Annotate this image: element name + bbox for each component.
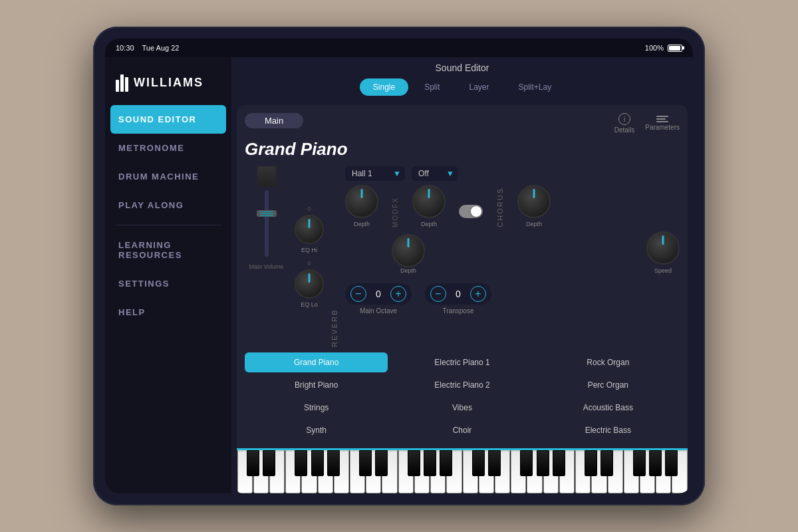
chorus-speed-group: Speed — [646, 231, 680, 274]
top-controls-row: Main i Details — [245, 113, 680, 135]
sidebar-item-sound-editor[interactable]: Sound Editor — [110, 105, 226, 134]
tab-splitlay[interactable]: Split+Lay — [505, 78, 565, 96]
fader-track[interactable] — [265, 190, 269, 257]
controls-area: Main Volume 0 EQ Hi 0 — [245, 166, 680, 347]
octave-value: 0 — [372, 289, 385, 299]
modfx-speed-label: Depth — [392, 267, 425, 274]
details-button[interactable]: i Details — [614, 113, 635, 134]
battery-percent: 100% — [645, 44, 664, 52]
sound-item-bright-piano[interactable]: Bright Piano — [245, 375, 388, 395]
sidebar-item-drum-machine[interactable]: Drum Machine — [105, 162, 231, 191]
chorus-depth-knob[interactable] — [517, 185, 551, 218]
details-label: Details — [614, 126, 635, 134]
logo-area: WILLIAMS — [105, 68, 231, 105]
effects-area: Hall 1 ▼ Off ▼ — [345, 166, 680, 347]
battery-fill — [669, 46, 680, 51]
chorus-speed-label: Speed — [654, 267, 672, 274]
sidebar-item-label-sound-editor: Sound Editor — [118, 114, 196, 124]
sound-item-perc-organ[interactable]: Perc Organ — [537, 375, 680, 395]
sound-item-grand-piano[interactable]: Grand Piano — [245, 352, 388, 372]
tab-bar: Single Split Layer Split+Lay — [242, 78, 682, 96]
knobs-row-2: Depth Speed — [345, 231, 680, 274]
reverb-depth-knob[interactable] — [345, 185, 378, 218]
sound-item-vibes[interactable]: Vibes — [390, 398, 533, 418]
reverb-vertical-label: Reverb — [331, 166, 338, 347]
sound-item-choir[interactable]: Choir — [390, 420, 533, 440]
sound-item-rock-organ[interactable]: Rock Organ — [537, 352, 680, 372]
sidebar-item-play-along[interactable]: Play Along — [105, 191, 231, 219]
sidebar: WILLIAMS Sound Editor Metronome Drum Mac… — [105, 57, 231, 493]
nav-divider — [116, 225, 221, 225]
logo-text: WILLIAMS — [134, 76, 203, 90]
octave-decrement-button[interactable]: − — [350, 286, 366, 302]
transpose-increment-button[interactable]: + — [470, 286, 486, 302]
reverb-depth-label: Depth — [354, 221, 370, 227]
status-bar: 10:30 Tue Aug 22 100% — [105, 39, 693, 57]
sidebar-item-label-drum-machine: Drum Machine — [118, 172, 199, 182]
octave-label: Main Octave — [360, 307, 397, 315]
eq-lo-knob[interactable] — [295, 269, 324, 299]
status-right: 100% — [645, 44, 682, 52]
logo-bar-2 — [120, 74, 124, 92]
tab-single[interactable]: Single — [360, 78, 408, 96]
reverb-depth-group: Depth — [345, 185, 378, 227]
status-time: 10:30 — [116, 44, 134, 52]
tab-split[interactable]: Split — [411, 78, 453, 96]
modfx-depth-group: Depth — [412, 185, 446, 227]
editor-content: Main i Details — [237, 105, 688, 448]
reverb-preset-select[interactable]: Hall 1 ▼ — [345, 166, 405, 181]
eq-hi-group: 0 EQ Hi — [295, 205, 324, 253]
params-line-2 — [656, 118, 666, 120]
modfx-depth-label: Depth — [421, 221, 437, 227]
octave-increment-button[interactable]: + — [390, 286, 406, 302]
piano-keyboard[interactable] — [237, 448, 688, 493]
transpose-ctrl: − 0 + Transpose — [425, 283, 491, 315]
logo-bars-icon — [116, 73, 128, 92]
parameters-label: Parameters — [645, 124, 680, 131]
reverb-onoff-select[interactable]: Off ▼ — [412, 166, 458, 181]
modfx-depth-knob[interactable] — [412, 185, 446, 218]
modfx-toggle-wrapper — [459, 205, 483, 227]
chorus-depth-group: Depth — [517, 185, 551, 227]
sound-item-electric-piano-2[interactable]: Electric Piano 2 — [390, 375, 533, 395]
toggle-thumb — [471, 206, 481, 217]
sound-item-electric-bass[interactable]: Electric Bass — [537, 420, 680, 440]
sound-item-strings[interactable]: Strings — [245, 398, 388, 418]
fader-top-block — [257, 166, 276, 186]
transpose-decrement-button[interactable]: − — [430, 286, 446, 302]
transpose-stepper-row: − 0 + — [425, 283, 491, 305]
numeric-controls: − 0 + Main Octave − 0 — [345, 283, 680, 315]
transpose-value: 0 — [452, 289, 465, 299]
details-params: i Details Parameters — [614, 113, 680, 134]
chorus-depth-label: Depth — [526, 221, 542, 227]
fader-handle[interactable] — [257, 210, 277, 217]
sidebar-item-help[interactable]: Help — [105, 298, 231, 327]
sidebar-item-label-settings: Settings — [118, 279, 170, 289]
tab-layer[interactable]: Layer — [456, 78, 502, 96]
sound-item-acoustic-bass[interactable]: Acoustic Bass — [537, 398, 680, 418]
params-line-1 — [656, 116, 668, 117]
logo-bar-3 — [125, 77, 128, 92]
modfx-label: ModFX — [392, 197, 399, 227]
parameters-button[interactable]: Parameters — [645, 116, 680, 131]
sound-item-electric-piano-1[interactable]: Electric Piano 1 — [390, 352, 533, 372]
params-line-3 — [656, 121, 668, 122]
sound-item-synth[interactable]: Synth — [245, 420, 388, 440]
modfx-toggle[interactable] — [459, 205, 483, 218]
octave-stepper-row: − 0 + — [345, 283, 412, 305]
content-tab-main[interactable]: Main — [245, 113, 303, 128]
editor-title: Sound Editor — [242, 63, 682, 73]
sidebar-item-metronome[interactable]: Metronome — [105, 134, 231, 162]
volume-section: Main Volume — [245, 166, 288, 347]
sound-list: Grand Piano Electric Piano 1 Rock Organ … — [245, 352, 680, 440]
eq-hi-knob[interactable] — [295, 215, 324, 244]
sidebar-item-settings[interactable]: Settings — [105, 269, 231, 298]
chorus-speed-knob[interactable] — [646, 231, 680, 265]
fader-line-3 — [260, 215, 273, 216]
piano-strip — [237, 448, 688, 493]
modfx-speed-knob[interactable] — [392, 234, 425, 267]
octave-ctrl: − 0 + Main Octave — [345, 283, 412, 315]
transpose-label: Transpose — [443, 307, 474, 315]
info-icon: i — [618, 113, 630, 125]
sidebar-item-learning-resources[interactable]: Learning Resources — [105, 231, 231, 269]
